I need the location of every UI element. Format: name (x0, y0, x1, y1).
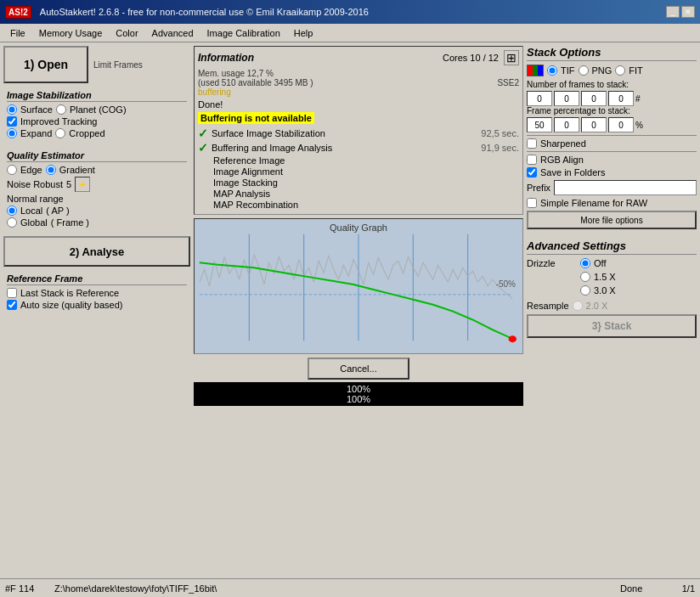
task-time-0: 92,5 sec. (481, 128, 519, 138)
rgbalign-checkbox[interactable] (527, 155, 537, 165)
image-stabilization-title: Image Stabilization (7, 90, 187, 102)
status-bar: #F 114 Z:\home\darek\testowy\foty\TIFF_1… (0, 578, 700, 597)
tif-label: TIF (561, 65, 575, 76)
prefix-label: Prefix (527, 183, 550, 193)
frame-pct-input-0[interactable] (527, 117, 552, 132)
menu-color[interactable]: Color (109, 26, 144, 40)
task-label-3: Image Alignment (213, 166, 283, 177)
mem-detail-row: (used 510 available 3495 MB ) SSE2 (198, 78, 519, 87)
sharpened-row: Sharpened (527, 138, 697, 149)
stack-options-title: Stack Options (527, 46, 697, 61)
fit-label: FIT (629, 65, 643, 76)
main-content: 1) Open Limit Frames Image Stabilization… (0, 42, 700, 578)
task-label-1: Buffering and Image Analysis (212, 143, 332, 153)
check-icon-0: ✓ (198, 127, 208, 140)
png-radio[interactable] (579, 65, 589, 76)
cores-icon[interactable]: ⊞ (504, 50, 519, 65)
surface-radio[interactable] (7, 104, 17, 115)
menu-memory-usage[interactable]: Memory Usage (32, 26, 110, 40)
resample-radio[interactable] (573, 301, 583, 311)
num-frames-input-0[interactable] (527, 91, 552, 106)
divider-1 (527, 135, 697, 136)
frame-pct-input-3[interactable] (608, 117, 634, 132)
check-icon-1: ✓ (198, 141, 208, 155)
noise-icon[interactable]: ⚡ (75, 177, 90, 192)
open-button[interactable]: 1) Open (3, 46, 88, 83)
title-bar-text: AutoStakkert! 2.6.8 - free for non-comme… (40, 7, 369, 17)
noise-row: Noise Robust 5 ⚡ (7, 177, 187, 192)
cancel-button[interactable]: Cancel... (308, 358, 409, 380)
information-title: Information (198, 52, 254, 64)
menu-bar: File Memory Usage Color Advanced Image C… (0, 24, 700, 42)
resample-row: Resample 2.0 X (527, 301, 697, 311)
num-frames-input-2[interactable] (581, 91, 607, 106)
menu-file[interactable]: File (3, 26, 32, 40)
expand-radio[interactable] (7, 128, 17, 138)
resample-20x-label: 2.0 X (586, 301, 608, 311)
task-row-0: ✓ Surface Image Stabilization 92,5 sec. (198, 127, 519, 140)
drizzle-label: Drizzle (527, 258, 573, 297)
noise-robust-value: 5 (66, 179, 71, 189)
simplefilename-checkbox[interactable] (527, 198, 537, 208)
minimize-button[interactable]: _ (666, 6, 680, 18)
sharpened-checkbox[interactable] (527, 138, 537, 149)
drizzle-30x-radio[interactable] (580, 285, 590, 296)
app-logo: AS!2 (5, 6, 31, 19)
noise-robust-label: Noise Robust (7, 179, 63, 189)
frame-pct-input-2[interactable] (581, 117, 607, 132)
analyse-button[interactable]: 2) Analyse (3, 236, 190, 267)
title-bar-buttons[interactable]: _ ✕ (666, 6, 695, 18)
menu-image-calibration[interactable]: Image Calibration (200, 26, 287, 40)
status-frame-text: #F 114 (5, 583, 48, 594)
savefolders-row: Save in Folders (527, 167, 697, 177)
num-frames-row: # (527, 91, 697, 106)
drizzle-off-row: Off (580, 258, 616, 268)
last-stack-label: Last Stack is Reference (20, 288, 119, 298)
limit-frames-label: Limit Frames (93, 60, 143, 70)
sse2-text: SSE2 (497, 78, 519, 87)
tif-radio[interactable] (547, 65, 557, 76)
num-frames-unit: # (635, 94, 641, 104)
global-radio[interactable] (7, 217, 17, 228)
graph-50-label: -50% (496, 279, 516, 289)
expand-row: Expand Cropped (7, 128, 187, 138)
right-panel: Stack Options TIF PNG FIT Number of fram… (527, 46, 697, 575)
cropped-label: Cropped (69, 128, 104, 138)
planet-label: Planet (COG) (70, 104, 127, 115)
num-frames-input-1[interactable] (554, 91, 579, 106)
drizzle-15x-radio[interactable] (580, 272, 590, 282)
close-button[interactable]: ✕ (681, 6, 695, 18)
status-page-text: 1/1 (669, 583, 695, 594)
drizzle-15x-label: 1.5 X (594, 272, 616, 282)
planet-radio[interactable] (56, 104, 66, 115)
num-frames-input-3[interactable] (608, 91, 634, 106)
frame-pct-row: % (527, 117, 697, 132)
menu-advanced[interactable]: Advanced (145, 26, 200, 40)
cores-row: Cores 10 / 12 ⊞ (443, 50, 519, 65)
frame-pct-input-1[interactable] (554, 117, 579, 132)
savefolders-checkbox[interactable] (527, 167, 537, 177)
local-radio[interactable] (7, 206, 17, 216)
mem-detail-text: (used 510 available 3495 MB ) (198, 78, 313, 87)
mem-usage-text: Mem. usage 12,7 % (198, 69, 519, 78)
quality-estimator-title: Quality Estimator (7, 150, 187, 162)
prefix-input[interactable] (554, 180, 697, 195)
tasks-list: ✓ Surface Image Stabilization 92,5 sec. … (198, 127, 519, 210)
edge-radio[interactable] (7, 165, 17, 175)
local-row: Local ( AP ) (7, 206, 187, 216)
more-file-options-button[interactable]: More file options (527, 211, 697, 229)
title-bar-left: AS!2 AutoStakkert! 2.6.8 - free for non-… (5, 6, 369, 19)
improved-tracking-checkbox[interactable] (7, 116, 17, 127)
auto-size-checkbox[interactable] (7, 300, 17, 310)
menu-help[interactable]: Help (287, 26, 320, 40)
stack-button[interactable]: 3} Stack (527, 314, 697, 338)
drizzle-15x-row: 1.5 X (580, 272, 616, 282)
fit-radio[interactable] (615, 65, 625, 76)
image-stabilization-section: Image Stabilization Surface Planet (COG)… (3, 87, 190, 144)
gradient-radio[interactable] (46, 165, 56, 175)
drizzle-off-radio[interactable] (580, 258, 590, 268)
cropped-radio[interactable] (55, 128, 65, 138)
last-stack-checkbox[interactable] (7, 288, 17, 298)
surface-row: Surface Planet (COG) (7, 104, 187, 115)
stack-options-section: Stack Options TIF PNG FIT Number of fram… (527, 46, 697, 229)
